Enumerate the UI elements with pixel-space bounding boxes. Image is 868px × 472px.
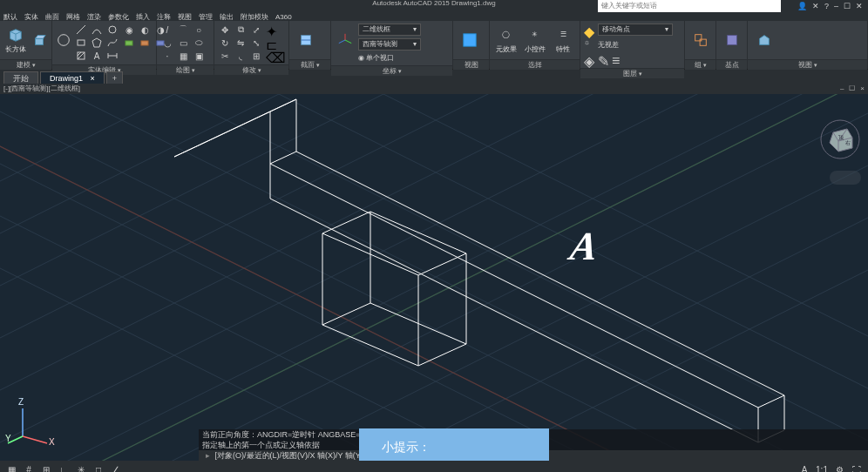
- gear-icon[interactable]: ⚙: [833, 463, 845, 472]
- osnap-icon[interactable]: □: [92, 463, 105, 472]
- layer-i1[interactable]: ◈: [584, 53, 596, 65]
- maximize-icon[interactable]: ☐: [844, 2, 851, 10]
- menu-insert[interactable]: 插入: [136, 12, 150, 22]
- fillet-icon[interactable]: ◟: [234, 50, 248, 62]
- draw-rect-icon[interactable]: ▭: [176, 37, 190, 49]
- drawing-area[interactable]: [-][西南等轴测][二维线框] – ☐ ×: [0, 84, 868, 461]
- anno-icon[interactable]: A: [798, 463, 810, 472]
- layer-combo[interactable]: 移动角点▾: [598, 24, 673, 36]
- props-button[interactable]: ☰特性: [550, 24, 576, 57]
- viewport-label[interactable]: [-][西南等轴测][二维线框]: [3, 84, 80, 94]
- view2-button[interactable]: [751, 24, 777, 57]
- menu-annotate[interactable]: 注释: [157, 12, 171, 22]
- copy-icon[interactable]: ⧉: [234, 24, 248, 36]
- erase-icon[interactable]: ⌫: [266, 50, 280, 62]
- icon-dim[interactable]: [105, 50, 119, 62]
- menu-view[interactable]: 视图: [178, 12, 192, 22]
- vp-close-icon[interactable]: ×: [860, 84, 865, 94]
- layer-opt-icon[interactable]: ☼: [584, 38, 596, 51]
- fullscreen-icon[interactable]: ⛶: [851, 463, 863, 472]
- menu-manage[interactable]: 管理: [199, 12, 213, 22]
- svg-line-35: [0, 94, 868, 268]
- icon-circle[interactable]: [105, 24, 119, 36]
- search-input[interactable]: 键入关键字或短语: [598, 0, 781, 12]
- tab-drawing1[interactable]: Drawing1 ×: [40, 71, 105, 84]
- solid-edit-big[interactable]: [56, 24, 71, 57]
- icon-union[interactable]: ◉: [122, 24, 136, 36]
- draw-region-icon[interactable]: ▣: [192, 50, 206, 62]
- menu-solid[interactable]: 实体: [24, 12, 38, 22]
- view-button[interactable]: [457, 24, 483, 57]
- icon-e2[interactable]: [138, 37, 152, 49]
- close-icon[interactable]: ✕: [856, 2, 863, 10]
- icon-poly[interactable]: [90, 37, 104, 49]
- viewcube[interactable]: 顶 右: [819, 118, 861, 160]
- svg-line-34: [0, 94, 868, 320]
- grid-icon[interactable]: #: [23, 463, 35, 472]
- menu-mesh[interactable]: 网格: [66, 12, 80, 22]
- tab-close-icon[interactable]: ×: [91, 74, 95, 83]
- coords-big[interactable]: [335, 24, 356, 57]
- menu-a360[interactable]: A360: [275, 13, 292, 21]
- vp-max-icon[interactable]: ☐: [849, 84, 855, 94]
- draw-circle-icon[interactable]: ○: [192, 24, 206, 36]
- icon-e1[interactable]: [122, 37, 136, 49]
- stretch-icon[interactable]: ⤢: [249, 24, 263, 36]
- menu-addon[interactable]: 附加模块: [241, 12, 268, 22]
- ortho-icon[interactable]: ∟: [58, 463, 70, 472]
- menu-surface[interactable]: 曲面: [45, 12, 59, 22]
- menu-output[interactable]: 输出: [220, 12, 234, 22]
- help-icon[interactable]: ?: [824, 2, 829, 10]
- draw-hatch-icon[interactable]: ▦: [176, 50, 190, 62]
- signin-icon[interactable]: 👤: [797, 2, 807, 10]
- track-icon[interactable]: ∠: [110, 463, 122, 472]
- section-button[interactable]: [293, 24, 319, 57]
- vp-min-icon[interactable]: –: [840, 84, 844, 94]
- trim-icon[interactable]: ✂: [218, 50, 232, 62]
- view-combo[interactable]: 西南等轴测▾: [358, 38, 421, 51]
- draw-pline-icon[interactable]: ⌒: [176, 24, 190, 36]
- layer-i2[interactable]: ✎: [598, 53, 610, 65]
- scale-icon[interactable]: 1:1: [816, 463, 828, 472]
- menu-default[interactable]: 默认: [3, 12, 17, 22]
- visual-style-combo[interactable]: 二维线框▾: [358, 24, 421, 36]
- tab-home[interactable]: 开始: [3, 71, 38, 84]
- gizmo-button[interactable]: ✳小控件: [522, 24, 548, 57]
- layer-i3[interactable]: ≡: [612, 53, 624, 65]
- icon-text[interactable]: A: [90, 50, 104, 62]
- rotate-icon[interactable]: ↻: [218, 37, 232, 49]
- icon-hatch[interactable]: [74, 50, 88, 62]
- draw-point-icon[interactable]: ·: [160, 50, 174, 62]
- move-icon[interactable]: ✥: [218, 24, 232, 36]
- draw-line-icon[interactable]: /: [160, 24, 174, 36]
- array-icon[interactable]: ⊞: [249, 50, 263, 62]
- icon-line[interactable]: [74, 24, 88, 36]
- icon-arc[interactable]: [90, 24, 104, 36]
- model-space-icon[interactable]: ▦: [5, 463, 17, 472]
- explode-icon[interactable]: ✦: [266, 24, 280, 36]
- menu-parametric[interactable]: 参数化: [108, 12, 129, 22]
- extrude-button[interactable]: [31, 24, 48, 57]
- mirror-icon[interactable]: ⇋: [234, 37, 248, 49]
- menu-render[interactable]: 渲染: [87, 12, 101, 22]
- exchange-icon[interactable]: ✕: [812, 2, 819, 10]
- icon-rect[interactable]: [74, 37, 88, 49]
- minimize-icon[interactable]: –: [834, 2, 838, 10]
- offset-icon[interactable]: ⊏: [266, 37, 280, 49]
- icon-spline[interactable]: [105, 37, 119, 49]
- navbar-lock[interactable]: [830, 171, 861, 185]
- nofx-button[interactable]: ◯元效果: [493, 24, 519, 57]
- polar-icon[interactable]: ✳: [75, 463, 87, 472]
- group-button[interactable]: [688, 24, 712, 57]
- draw-ellipse-icon[interactable]: ⬭: [192, 37, 206, 49]
- box-button[interactable]: 长方体: [3, 24, 28, 57]
- tab-add[interactable]: +: [106, 71, 123, 84]
- basepoint-button[interactable]: [720, 24, 743, 57]
- scale-icon[interactable]: ⤡: [249, 37, 263, 49]
- snap-icon[interactable]: ⊞: [40, 463, 52, 472]
- draw-arc-icon[interactable]: ◡: [160, 37, 174, 49]
- canvas[interactable]: [0, 94, 868, 461]
- icon-subtract[interactable]: ◐: [138, 24, 152, 36]
- tip-line1: 选中轴，输入旋转角度，: [371, 458, 537, 461]
- layer-icon[interactable]: ◆: [584, 24, 596, 36]
